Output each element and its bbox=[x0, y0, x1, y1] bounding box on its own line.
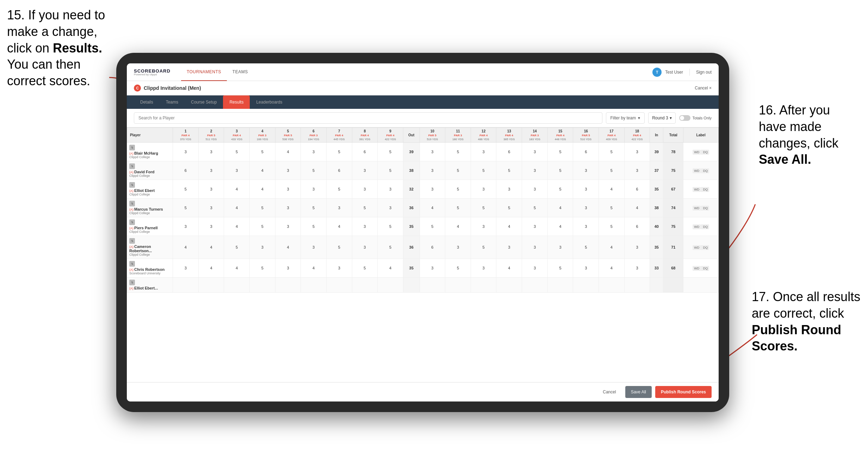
player-name[interactable]: Chris Robertson bbox=[134, 267, 165, 272]
score-hole-16[interactable]: 6 bbox=[573, 143, 599, 161]
score-hole-12[interactable]: 3 bbox=[471, 180, 496, 199]
wd-button[interactable]: WD bbox=[693, 206, 701, 211]
score-hole-1[interactable]: 3 bbox=[173, 259, 199, 278]
score-hole-4[interactable]: 5 bbox=[249, 199, 275, 217]
wd-button[interactable]: WD bbox=[693, 266, 701, 271]
player-name[interactable]: David Ford bbox=[134, 170, 154, 174]
score-hole-7[interactable]: 5 bbox=[326, 236, 352, 259]
save-all-button[interactable]: Save All bbox=[625, 386, 652, 398]
score-hole-3[interactable]: 4 bbox=[224, 199, 250, 217]
score-hole-2[interactable]: 3 bbox=[198, 180, 224, 199]
dq-button[interactable]: DQ bbox=[701, 168, 709, 173]
score-hole-1[interactable]: 3 bbox=[173, 217, 199, 236]
cancel-button-header[interactable]: Cancel × bbox=[695, 86, 712, 91]
totals-only-toggle[interactable] bbox=[679, 115, 690, 121]
sort-icon[interactable]: ⇅ bbox=[129, 201, 135, 206]
score-hole-2[interactable]: 3 bbox=[198, 217, 224, 236]
score-hole-5[interactable] bbox=[275, 278, 301, 293]
score-hole-6[interactable]: 3 bbox=[301, 180, 327, 199]
score-hole-3[interactable]: 4 bbox=[224, 217, 250, 236]
wd-button[interactable]: WD bbox=[693, 245, 701, 250]
score-hole-12[interactable]: 3 bbox=[471, 217, 496, 236]
score-hole-18[interactable]: 3 bbox=[624, 161, 650, 180]
score-hole-15[interactable] bbox=[547, 278, 573, 293]
cancel-button[interactable]: Cancel bbox=[597, 386, 621, 398]
score-hole-7[interactable]: 4 bbox=[326, 217, 352, 236]
score-hole-12[interactable]: 3 bbox=[471, 143, 496, 161]
score-hole-3[interactable]: 4 bbox=[224, 180, 250, 199]
score-hole-17[interactable]: 5 bbox=[599, 217, 625, 236]
score-hole-10[interactable]: 3 bbox=[420, 180, 445, 199]
score-hole-5[interactable]: 3 bbox=[275, 161, 301, 180]
score-hole-14[interactable]: 3 bbox=[522, 143, 548, 161]
nav-teams[interactable]: TEAMS bbox=[227, 63, 254, 81]
tab-teams[interactable]: Teams bbox=[160, 95, 185, 109]
score-hole-1[interactable]: 4 bbox=[173, 236, 199, 259]
score-hole-4[interactable]: 5 bbox=[249, 143, 275, 161]
score-hole-15[interactable]: 5 bbox=[547, 143, 573, 161]
score-hole-11[interactable]: 5 bbox=[445, 180, 471, 199]
score-hole-7[interactable]: 5 bbox=[326, 143, 352, 161]
score-hole-14[interactable]: 3 bbox=[522, 217, 548, 236]
score-hole-17[interactable]: 4 bbox=[599, 259, 625, 278]
score-hole-8[interactable]: 5 bbox=[352, 259, 378, 278]
tab-leaderboards[interactable]: Leaderboards bbox=[250, 95, 289, 109]
score-hole-13[interactable]: 4 bbox=[496, 259, 522, 278]
score-hole-1[interactable]: 6 bbox=[173, 161, 199, 180]
score-hole-8[interactable]: 3 bbox=[352, 180, 378, 199]
score-hole-14[interactable]: 3 bbox=[522, 161, 548, 180]
wd-button[interactable]: WD bbox=[693, 150, 701, 155]
score-hole-12[interactable] bbox=[471, 278, 496, 293]
score-hole-1[interactable]: 5 bbox=[173, 180, 199, 199]
score-hole-11[interactable]: 5 bbox=[445, 161, 471, 180]
score-hole-5[interactable]: 3 bbox=[275, 259, 301, 278]
score-hole-14[interactable]: 3 bbox=[522, 236, 548, 259]
player-name[interactable]: Marcus Turners bbox=[134, 207, 163, 211]
nav-tournaments[interactable]: TOURNAMENTS bbox=[181, 63, 227, 81]
score-hole-8[interactable]: 5 bbox=[352, 199, 378, 217]
dq-button[interactable]: DQ bbox=[701, 206, 709, 211]
score-hole-8[interactable] bbox=[352, 278, 378, 293]
score-hole-8[interactable]: 3 bbox=[352, 236, 378, 259]
score-hole-16[interactable]: 3 bbox=[573, 199, 599, 217]
score-hole-2[interactable]: 4 bbox=[198, 259, 224, 278]
score-hole-8[interactable]: 6 bbox=[352, 143, 378, 161]
score-hole-15[interactable]: 5 bbox=[547, 180, 573, 199]
score-hole-5[interactable]: 3 bbox=[275, 180, 301, 199]
player-name[interactable]: Blair McHarg bbox=[134, 151, 158, 155]
score-hole-3[interactable] bbox=[224, 278, 250, 293]
score-hole-15[interactable]: 5 bbox=[547, 259, 573, 278]
player-name[interactable]: Elliot Ebert bbox=[134, 188, 155, 193]
score-hole-5[interactable]: 3 bbox=[275, 217, 301, 236]
score-hole-10[interactable] bbox=[420, 278, 445, 293]
player-name[interactable]: Piers Parnell bbox=[134, 226, 158, 230]
score-hole-9[interactable]: 5 bbox=[378, 236, 403, 259]
dq-button[interactable]: DQ bbox=[701, 187, 709, 192]
score-hole-11[interactable]: 3 bbox=[445, 236, 471, 259]
score-hole-17[interactable]: 5 bbox=[599, 143, 625, 161]
publish-round-scores-button[interactable]: Publish Round Scores bbox=[655, 386, 712, 398]
score-hole-2[interactable]: 4 bbox=[198, 236, 224, 259]
sort-icon[interactable]: ⇅ bbox=[129, 182, 135, 188]
score-hole-16[interactable] bbox=[573, 278, 599, 293]
dq-button[interactable]: DQ bbox=[701, 245, 709, 250]
score-hole-4[interactable]: 3 bbox=[249, 236, 275, 259]
score-hole-5[interactable]: 4 bbox=[275, 143, 301, 161]
score-hole-6[interactable]: 5 bbox=[301, 217, 327, 236]
score-hole-9[interactable]: 5 bbox=[378, 217, 403, 236]
score-hole-11[interactable] bbox=[445, 278, 471, 293]
score-hole-16[interactable]: 3 bbox=[573, 180, 599, 199]
score-hole-14[interactable]: 5 bbox=[522, 199, 548, 217]
score-hole-8[interactable]: 3 bbox=[352, 161, 378, 180]
score-hole-15[interactable]: 3 bbox=[547, 236, 573, 259]
score-hole-13[interactable] bbox=[496, 278, 522, 293]
score-hole-10[interactable]: 6 bbox=[420, 236, 445, 259]
score-hole-6[interactable]: 5 bbox=[301, 161, 327, 180]
score-hole-16[interactable]: 3 bbox=[573, 161, 599, 180]
player-name[interactable]: Elliot Ebert... bbox=[134, 286, 158, 290]
wd-button[interactable]: WD bbox=[693, 224, 701, 229]
score-hole-13[interactable]: 3 bbox=[496, 180, 522, 199]
sign-out-link[interactable]: Sign out bbox=[696, 70, 712, 75]
score-hole-4[interactable]: 5 bbox=[249, 217, 275, 236]
score-hole-1[interactable]: 5 bbox=[173, 199, 199, 217]
